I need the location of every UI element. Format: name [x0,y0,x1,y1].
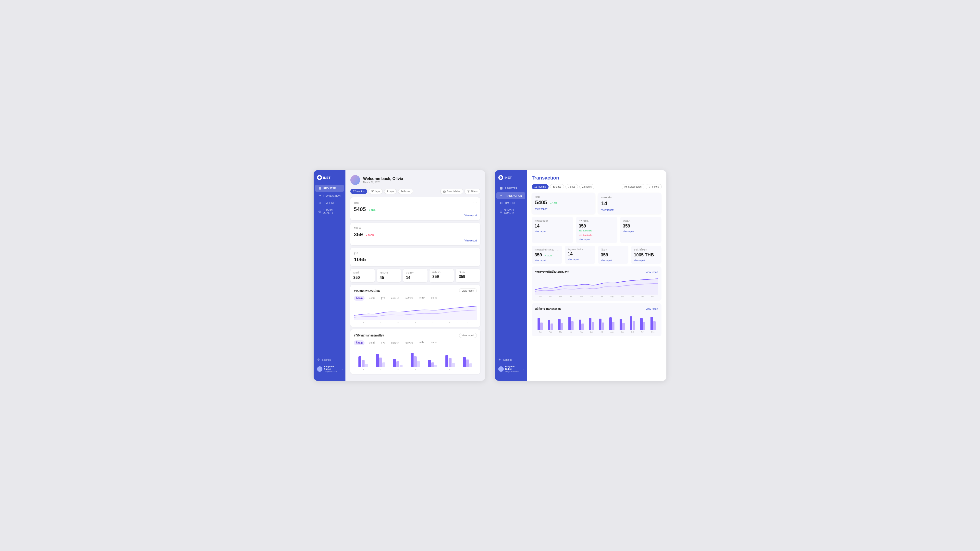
total-view-report[interactable]: View report [354,214,477,217]
metric-total-view[interactable]: View report [535,208,592,210]
bar-group [407,353,423,367]
select-dates-button[interactable]: Select dates [441,189,463,194]
total-card-header: Total ⋯ [354,201,477,205]
total-more[interactable]: ⋯ [473,201,477,205]
right-filters-button[interactable]: Filters [646,184,662,189]
metric-pardon: การผ่อนผัน 14 View report [598,193,662,214]
weekly-value-row: 359 + 100% [354,232,477,238]
filter-24hours[interactable]: 24 hours [398,189,413,194]
right-filter-24hours[interactable]: 24 hours [579,184,594,189]
stat-card-4: Biz ID 359 [456,268,480,283]
stats-tab-all[interactable]: ทั้งหมด [354,340,364,345]
metric-response-view[interactable]: View report [535,230,570,233]
transaction-stats-header: สถิติการ Transaction View report [535,306,658,311]
metric-pardon-view[interactable]: View report [601,209,658,211]
right-filter-30days[interactable]: 30 days [550,184,564,189]
stat-card-3: Rider ID 359 [430,268,454,283]
page-title: Transaction [531,175,662,181]
filter-30days[interactable]: 30 days [369,189,383,194]
welcome-title: Welcome back, Olivia [363,176,403,181]
metric-unit-view[interactable]: View report [623,230,659,233]
filter-7days[interactable]: 7 days [384,189,397,194]
tab-user[interactable]: ผู้ใช้ [379,296,387,301]
svg-point-5 [318,359,319,360]
bar [396,361,399,367]
right-logout-icon[interactable]: → [522,367,525,371]
right-bar [540,322,542,330]
filter-12months[interactable]: 12 months [350,189,367,194]
weekly-view-report[interactable]: View report [354,239,477,242]
bar [365,364,368,367]
tab-split[interactable]: แตกที่ [367,296,377,301]
stats-tab-user[interactable]: ผู้ใช้ [379,340,387,345]
stats-row: แตกที่ 350 พยาบาล 45 เภสัชกร 14 Rider ID… [350,268,480,283]
right-bar [602,322,604,330]
bar [428,360,431,367]
metrics-top: Total 5405 + 10% View report การผ่อนผัน … [531,193,662,214]
filters-button[interactable]: Filters [465,189,480,194]
annual-line-chart [535,276,658,295]
right-bar [568,317,571,330]
transaction-stats-card: สถิติการ Transaction View report Jan Feb… [531,303,662,336]
metric-unit: หน่วยง่าง 359 View report [620,217,662,243]
weekly-value: 359 [354,232,363,238]
tab-bizid[interactable]: Biz ID [429,296,439,301]
weekly-label: สัปดาห์ [354,226,362,230]
user-value: 1065 [354,256,366,262]
tab-pharm[interactable]: เภสัชกร [404,296,415,301]
right-bar [599,319,601,330]
left-nav: REGISTER TRANSACTION TIMELINE SERVICE QU… [313,185,345,353]
weekly-more[interactable]: ⋯ [473,226,477,230]
stats-chart-view-report[interactable]: View report [459,333,477,338]
metric-eval-more[interactable]: ⋯ [557,249,559,252]
stats-tab-pharm[interactable]: เภสัชกร [404,340,415,345]
sidebar-item-transaction[interactable]: TRANSACTION [315,192,344,199]
sidebar-item-register[interactable]: REGISTER [315,185,344,192]
sidebar-item-timeline[interactable]: TIMELINE [315,200,344,206]
bar [449,358,452,367]
right-sidebar-item-service-quality[interactable]: SERVICE QUALITY [496,207,525,216]
stats-bar-chart [354,348,477,367]
right-bar [581,324,584,330]
metric-total-row: 5405 + 10% [535,199,592,206]
metric-usage-view[interactable]: View report [579,238,614,241]
right-sidebar-item-transaction[interactable]: TRANSACTION [496,192,525,199]
tab-nurse[interactable]: พยาบาล [389,296,401,301]
metric-eval-view[interactable]: View report [535,259,559,262]
right-bar-group [536,318,545,330]
annual-chart-view[interactable]: View report [646,271,658,273]
stats-tab-nurse[interactable]: พยาบาล [389,340,401,345]
right-logo-icon: i [498,175,503,180]
stats-tab-rider[interactable]: Rider [417,340,427,345]
stats-tab-split[interactable]: แตกที่ [367,340,377,345]
right-timeline-icon [500,202,503,205]
right-settings-icon [498,358,501,361]
right-settings-item[interactable]: Settings [498,357,523,363]
right-select-dates-button[interactable]: Select dates [622,184,644,189]
welcome-avatar [350,175,360,185]
metric-yensa-view[interactable]: View report [601,259,625,262]
total-card: Total ⋯ 5405 + 10% View report [350,197,480,220]
register-chart-view-report[interactable]: View report [459,288,477,294]
annual-chart-header: รายงานรายได้ทั้งหมดประจำปี View report [535,270,658,274]
bar [379,357,382,367]
transaction-stats-view[interactable]: View report [646,308,658,310]
tab-all[interactable]: ทั้งหมด [354,296,364,301]
right-bar-group [587,318,596,330]
bar [445,355,449,367]
logout-icon[interactable]: → [340,367,343,371]
tab-rider[interactable]: Rider [417,296,427,301]
metric-revenue-view[interactable]: View report [634,259,659,262]
register-chart-xlabels: 1 2 3 4 5 6 7 [354,320,477,324]
stats-tab-bizid[interactable]: Biz ID [429,340,439,345]
right-filter-icon [649,186,651,188]
settings-item[interactable]: Settings [317,357,342,363]
right-filter-7days[interactable]: 7 days [565,184,578,189]
metric-total: Total 5405 + 10% View report [531,193,595,214]
metric-payment-view[interactable]: View report [568,258,592,260]
sidebar-item-service-quality[interactable]: SERVICE QUALITY [315,207,344,216]
right-sidebar-item-timeline[interactable]: TIMELINE [496,200,525,206]
right-filter-12months[interactable]: 12 months [531,184,549,189]
welcome-date: March 29, 2023 [363,181,403,184]
right-sidebar-item-register[interactable]: REGISTER [496,185,525,192]
